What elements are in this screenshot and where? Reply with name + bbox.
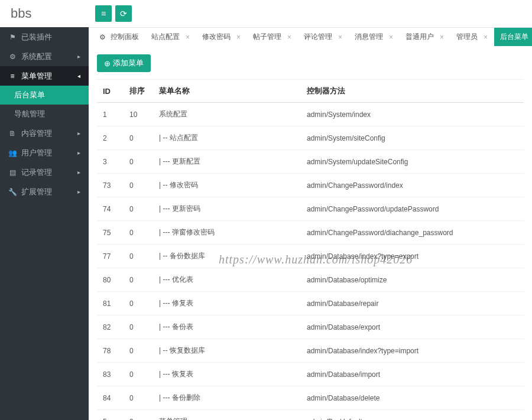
sidebar-item-2[interactable]: ≡菜单管理 [0, 66, 89, 86]
cell-method: admin/Database/index?type=import [301, 339, 524, 363]
tab-2[interactable]: 修改密码× [196, 28, 247, 46]
cell-sort: 0 [124, 292, 153, 315]
cell-id: 84 [97, 386, 124, 410]
th-name[interactable]: 菜单名称 [153, 80, 301, 103]
add-menu-button[interactable]: ⊕ 添加菜单 [97, 54, 151, 72]
sidebar-menu: ⚑已装插件⚙系统配置≡菜单管理后台菜单导航管理🗎内容管理👥用户管理▤记录管理🔧扩… [0, 27, 89, 420]
table-row[interactable]: 730| -- 修改密码admin/ChangePassword/index [97, 174, 524, 197]
plus-icon: ⊕ [104, 59, 111, 68]
table-row[interactable]: 59菜单管理admin/Bar/default [97, 410, 524, 421]
cell-name: | --- 备份表 [153, 315, 301, 339]
table-row[interactable]: 810| --- 修复表admin/Database/repair [97, 292, 524, 315]
cell-name: | --- 更新密码 [153, 197, 301, 221]
close-icon[interactable]: × [338, 33, 342, 41]
cell-method: admin/ChangePassword/diachange_password [301, 221, 524, 245]
table-row[interactable]: 800| --- 优化表admin/Database/optimize [97, 268, 524, 292]
table-row[interactable]: 740| --- 更新密码admin/ChangePassword/update… [97, 197, 524, 221]
cell-name: 菜单管理 [153, 410, 301, 421]
tab-label: 修改密码 [202, 32, 231, 42]
sidebar-item-6[interactable]: 🔧扩展管理 [0, 182, 89, 201]
cell-name: | --- 修复表 [153, 292, 301, 315]
cell-method: admin/Database/export [301, 315, 524, 339]
dashboard-icon: ⚙ [99, 33, 106, 41]
table-wrapper: ID 排序 菜单名称 控制器方法 110系统配置admin/System/ind… [97, 79, 524, 420]
tab-0[interactable]: ⚙控制面板 [93, 28, 145, 46]
cell-id: 3 [97, 150, 124, 174]
tab-label: 普通用户 [406, 32, 434, 42]
tab-1[interactable]: 站点配置× [145, 28, 196, 46]
tab-label: 站点配置 [151, 32, 180, 42]
cell-name: 系统配置 [153, 103, 301, 126]
sidebar-item-5[interactable]: ▤记录管理 [0, 162, 89, 182]
table-row[interactable]: 820| --- 备份表admin/Database/export [97, 315, 524, 339]
th-sort[interactable]: 排序 [124, 80, 153, 103]
cell-name: | --- 优化表 [153, 268, 301, 292]
table-row[interactable]: 770| -- 备份数据库admin/Database/index?type=e… [97, 245, 524, 268]
sidebar-sub-item-0[interactable]: 后台菜单 [0, 86, 89, 105]
cell-id: 80 [97, 268, 124, 292]
table-row[interactable]: 780| -- 恢复数据库admin/Database/index?type=i… [97, 339, 524, 363]
cell-name: | -- 恢复数据库 [153, 339, 301, 363]
cell-method: admin/System/siteConfig [301, 126, 524, 150]
toggle-sidebar-button[interactable]: ≡ [95, 5, 112, 22]
refresh-button[interactable]: ⟳ [115, 5, 132, 22]
cell-id: 83 [97, 363, 124, 386]
cell-id: 77 [97, 245, 124, 268]
cell-sort: 0 [124, 245, 153, 268]
cell-name: | --- 弹窗修改密码 [153, 221, 301, 245]
tab-label: 帖子管理 [253, 32, 281, 42]
cell-sort: 0 [124, 221, 153, 245]
cell-sort: 0 [124, 268, 153, 292]
close-icon[interactable]: × [186, 33, 190, 41]
table-row[interactable]: 750| --- 弹窗修改密码admin/ChangePassword/diac… [97, 221, 524, 245]
cell-id: 5 [97, 410, 124, 421]
cell-id: 81 [97, 292, 124, 315]
close-icon[interactable]: × [389, 33, 393, 41]
cell-sort: 0 [124, 197, 153, 221]
cell-method: admin/System/updateSiteConfig [301, 150, 524, 174]
tab-8[interactable]: 后台菜单× [494, 28, 532, 46]
cell-name: | -- 备份数据库 [153, 245, 301, 268]
tab-6[interactable]: 普通用户× [400, 28, 450, 46]
sidebar-item-0[interactable]: ⚑已装插件 [0, 27, 89, 47]
th-id[interactable]: ID [97, 80, 124, 103]
th-method[interactable]: 控制器方法 [301, 80, 524, 103]
sidebar-item-1[interactable]: ⚙系统配置 [0, 47, 89, 66]
sidebar-item-label: 用户管理 [21, 148, 52, 158]
cell-id: 82 [97, 315, 124, 339]
close-icon[interactable]: × [440, 33, 444, 41]
table-row[interactable]: 830| --- 恢复表admin/Database/import [97, 363, 524, 386]
tab-3[interactable]: 帖子管理× [247, 28, 298, 46]
sidebar-item-3[interactable]: 🗎内容管理 [0, 123, 89, 143]
sidebar-sub-item-1[interactable]: 导航管理 [0, 105, 89, 123]
cell-name: | --- 恢复表 [153, 363, 301, 386]
cell-sort: 0 [124, 126, 153, 150]
cell-method: admin/Database/import [301, 363, 524, 386]
close-icon[interactable]: × [287, 33, 291, 41]
table-row[interactable]: 20| -- 站点配置admin/System/siteConfig [97, 126, 524, 150]
table-row[interactable]: 840| --- 备份删除admin/Database/delete [97, 386, 524, 410]
table-header-row: ID 排序 菜单名称 控制器方法 [97, 80, 524, 103]
close-icon[interactable]: × [484, 33, 488, 41]
table-row[interactable]: 110系统配置admin/System/index [97, 103, 524, 126]
cell-sort: 0 [124, 386, 153, 410]
cell-sort: 10 [124, 103, 153, 126]
cell-id: 2 [97, 126, 124, 150]
cell-id: 78 [97, 339, 124, 363]
tab-label: 消息管理 [355, 32, 383, 42]
cell-id: 1 [97, 103, 124, 126]
tab-label: 控制面板 [111, 32, 139, 42]
cell-id: 75 [97, 221, 124, 245]
sidebar-item-label: 菜单管理 [21, 71, 52, 82]
close-icon[interactable]: × [236, 33, 241, 41]
cell-name: | --- 备份删除 [153, 386, 301, 410]
cell-method: admin/Database/delete [301, 386, 524, 410]
cell-sort: 0 [124, 150, 153, 174]
sidebar-item-4[interactable]: 👥用户管理 [0, 143, 89, 162]
tab-7[interactable]: 管理员× [450, 28, 494, 46]
tab-4[interactable]: 评论管理× [298, 28, 349, 46]
tab-5[interactable]: 消息管理× [349, 28, 400, 46]
cell-sort: 0 [124, 363, 153, 386]
cell-method: admin/Database/optimize [301, 268, 524, 292]
table-row[interactable]: 30| --- 更新配置admin/System/updateSiteConfi… [97, 150, 524, 174]
